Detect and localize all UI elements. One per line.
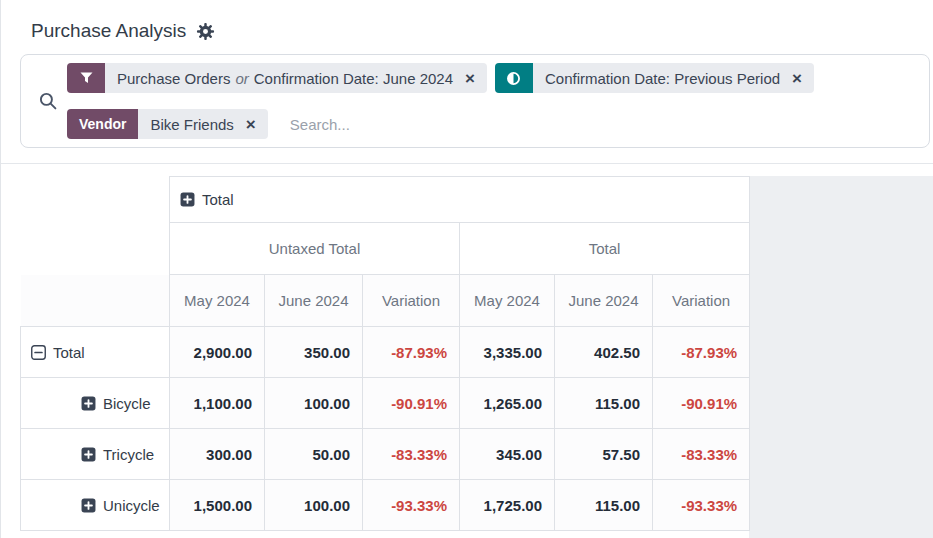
filter-facet: Purchase Orders or Confirmation Date: Ju… — [67, 63, 487, 93]
filter-connector: or — [235, 70, 248, 87]
content-background — [749, 176, 933, 538]
measure-header-total[interactable]: Total — [460, 223, 750, 275]
cell-value: 1,100.00 — [170, 378, 265, 429]
plus-square-icon[interactable] — [81, 498, 96, 513]
cell-value: 57.50 — [555, 429, 653, 480]
cell-variation: -83.33% — [653, 429, 750, 480]
vendor-facet-value: Bike Friends × — [138, 109, 267, 139]
cell-value: 50.00 — [265, 429, 363, 480]
cell-value: 115.00 — [555, 480, 653, 531]
period-header-june-2024[interactable]: June 2024 — [265, 275, 363, 327]
purchase-analysis-view: Purchase Analysis — [1, 0, 933, 538]
remove-vendor-icon[interactable]: × — [246, 116, 256, 133]
cell-value: 3,335.00 — [460, 327, 555, 378]
row-header-unicycle[interactable]: Unicycle — [21, 480, 170, 531]
cell-value: 1,265.00 — [460, 378, 555, 429]
table-row-bicycle: Bicycle 1,100.00 100.00 -90.91% 1,265.00… — [21, 378, 750, 429]
cell-variation: -87.93% — [363, 327, 460, 378]
cell-variation: -93.33% — [653, 480, 750, 531]
minus-square-icon[interactable] — [31, 345, 46, 360]
row-header-tricycle[interactable]: Tricycle — [21, 429, 170, 480]
vendor-facet-field: Vendor — [67, 109, 138, 139]
cell-value: 100.00 — [265, 378, 363, 429]
search-input[interactable]: Search... — [290, 116, 350, 133]
measure-header-untaxed-total[interactable]: Untaxed Total — [170, 223, 460, 275]
cell-variation: -83.33% — [363, 429, 460, 480]
pivot-corner-cell — [21, 177, 170, 223]
search-facets: Purchase Orders or Confirmation Date: Ju… — [67, 63, 921, 139]
control-panel: Purchase Analysis — [1, 0, 933, 164]
page-title: Purchase Analysis — [31, 20, 186, 42]
pivot-view-content: Total Untaxed Total Total May 2024 June … — [1, 164, 933, 538]
cell-value: 100.00 — [265, 480, 363, 531]
period-header-may-2024[interactable]: May 2024 — [460, 275, 555, 327]
pivot-corner-cell — [21, 275, 170, 327]
plus-square-icon[interactable] — [81, 447, 96, 462]
cell-value: 402.50 — [555, 327, 653, 378]
search-bar[interactable]: Purchase Orders or Confirmation Date: Ju… — [20, 54, 930, 148]
cell-variation: -90.91% — [653, 378, 750, 429]
table-row-unicycle: Unicycle 1,500.00 100.00 -93.33% 1,725.0… — [21, 480, 750, 531]
plus-square-icon[interactable] — [81, 396, 96, 411]
comparison-facet: Confirmation Date: Previous Period × — [495, 63, 814, 93]
filter-part-2: Confirmation Date: June 2024 — [254, 70, 453, 87]
table-row-total: Total 2,900.00 350.00 -87.93% 3,335.00 4… — [21, 327, 750, 378]
row-header-bicycle[interactable]: Bicycle — [21, 378, 170, 429]
cell-value: 2,900.00 — [170, 327, 265, 378]
pivot-table: Total Untaxed Total Total May 2024 June … — [20, 176, 750, 531]
remove-filter-icon[interactable]: × — [465, 70, 475, 87]
filter-icon — [67, 63, 105, 93]
pivot-corner-cell — [21, 223, 170, 275]
comparison-facet-label: Confirmation Date: Previous Period × — [533, 63, 814, 93]
column-group-header-total[interactable]: Total — [170, 177, 750, 223]
cell-value: 345.00 — [460, 429, 555, 480]
cell-value: 115.00 — [555, 378, 653, 429]
period-header-may-2024[interactable]: May 2024 — [170, 275, 265, 327]
cell-variation: -93.33% — [363, 480, 460, 531]
cell-value: 350.00 — [265, 327, 363, 378]
table-row-tricycle: Tricycle 300.00 50.00 -83.33% 345.00 57.… — [21, 429, 750, 480]
filter-facet-label: Purchase Orders or Confirmation Date: Ju… — [105, 63, 487, 93]
filter-part-1: Purchase Orders — [117, 70, 230, 87]
row-header-total[interactable]: Total — [21, 327, 170, 378]
comparison-icon — [495, 63, 533, 93]
cell-variation: -87.93% — [653, 327, 750, 378]
period-header-variation[interactable]: Variation — [653, 275, 750, 327]
vendor-facet: Vendor Bike Friends × — [67, 109, 268, 139]
cell-value: 1,500.00 — [170, 480, 265, 531]
cell-value: 300.00 — [170, 429, 265, 480]
plus-square-icon[interactable] — [180, 192, 195, 207]
period-header-variation[interactable]: Variation — [363, 275, 460, 327]
cell-variation: -90.91% — [363, 378, 460, 429]
period-header-june-2024[interactable]: June 2024 — [555, 275, 653, 327]
breadcrumb: Purchase Analysis — [1, 0, 933, 50]
remove-comparison-icon[interactable]: × — [792, 70, 802, 87]
search-icon — [29, 92, 67, 110]
gear-icon[interactable] — [196, 22, 215, 41]
cell-value: 1,725.00 — [460, 480, 555, 531]
